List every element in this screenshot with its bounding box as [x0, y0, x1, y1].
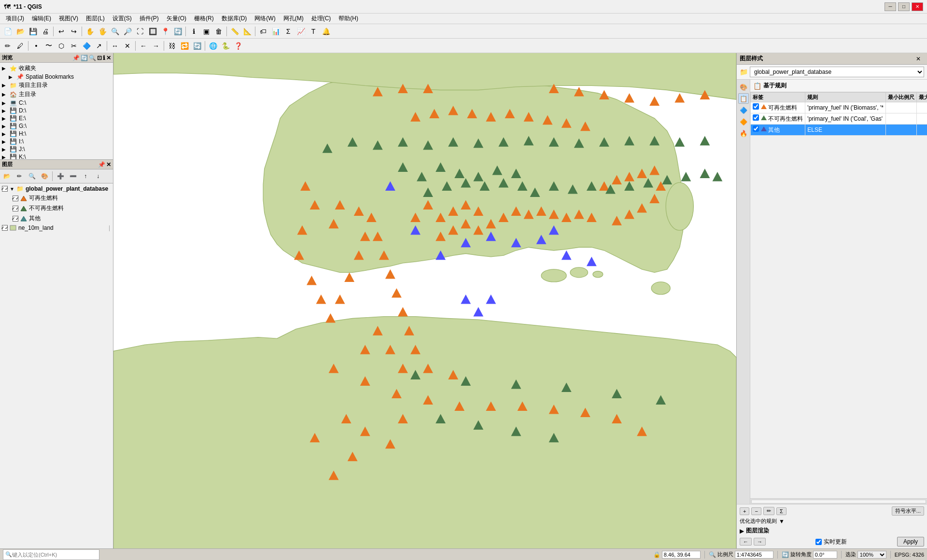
save-as-button[interactable]: 🖨 [40, 26, 51, 37]
menu-project[interactable]: 项目(J) [2, 14, 28, 24]
browser-info-icon[interactable]: ℹ [103, 55, 105, 61]
refresh-button[interactable]: 🔄 [172, 26, 183, 37]
layer-name-dropdown[interactable]: global_power_plant_database [750, 67, 924, 77]
layer-pin-icon[interactable]: 📌 [98, 161, 105, 168]
measure-area-button[interactable]: 📐 [241, 26, 253, 37]
layer-open-button[interactable]: 📂 [1, 170, 13, 182]
browser-item-h[interactable]: ▶ 💾 H:\ [1, 130, 112, 138]
browser-close-icon[interactable]: ✕ [106, 55, 111, 61]
horizontal-scroll-track[interactable] [751, 500, 926, 504]
flip-button[interactable]: 🔄 [191, 40, 203, 52]
new-project-button[interactable]: 📄 [2, 26, 14, 37]
notif-button[interactable]: 🔔 [320, 26, 332, 37]
select-button[interactable]: ▣ [200, 26, 212, 37]
undo-button[interactable]: ↩ [56, 26, 67, 37]
render-section-arrow[interactable]: ▶ [740, 528, 744, 534]
save-project-button[interactable]: 💾 [27, 26, 39, 37]
menu-processing[interactable]: 处理(C) [308, 14, 335, 24]
browser-item-c[interactable]: ▶ 💻 C:\ [1, 99, 112, 107]
menu-help[interactable]: 帮助(H) [335, 14, 362, 24]
undo2-button[interactable]: ← [138, 40, 149, 52]
identify-button[interactable]: ℹ [188, 26, 199, 37]
browser-item-d[interactable]: ▶ 💾 D:\ [1, 107, 112, 114]
layer-close-icon[interactable]: ✕ [106, 161, 111, 168]
open-project-button[interactable]: 📂 [14, 26, 26, 37]
browser-item-home[interactable]: ▶ 🏠 主目录 [1, 90, 112, 99]
browser-pin-icon[interactable]: 📌 [72, 55, 80, 61]
digitize-button[interactable]: ✏ [2, 40, 14, 52]
simplify-button[interactable]: ↗ [93, 40, 105, 52]
layer-style-button[interactable]: 🎨 [39, 170, 50, 182]
layer-move-down-button[interactable]: ↓ [92, 170, 104, 182]
zoom-selected-button[interactable]: 📍 [159, 26, 171, 37]
browser-item-project-home[interactable]: ▶ 📁 项目主目录 [1, 81, 112, 90]
browser-filter-icon[interactable]: 🔍 [89, 55, 96, 61]
menu-edit[interactable]: 编辑(E) [28, 14, 55, 24]
help2-button[interactable]: ❓ [232, 40, 244, 52]
scale-input[interactable] [735, 551, 773, 559]
browser-item-favorites[interactable]: ▶ ⭐ 收藏夹 [1, 64, 112, 73]
symbol-level-button[interactable]: 符号水平... [892, 506, 924, 516]
pan-button[interactable]: ✋ [84, 26, 96, 37]
apply-button[interactable]: Apply [897, 537, 924, 546]
style-single-symbol-button[interactable]: 🎨 [738, 82, 749, 92]
right-panel-close-button[interactable]: ✕ [913, 53, 924, 65]
style-rule-based-button[interactable]: 📋 [738, 93, 749, 104]
browser-item-j[interactable]: ▶ 💾 J:\ [1, 145, 112, 153]
close-button[interactable]: ✕ [912, 2, 923, 11]
menu-layer[interactable]: 图层(L) [82, 14, 109, 24]
edit-rule-button[interactable]: ✏ [763, 507, 774, 515]
map-area[interactable] [113, 53, 736, 548]
zoom-full-button[interactable]: ⛶ [134, 26, 146, 37]
rule-row-renewable[interactable]: 可再生燃料 'primary_fuel' IN ('Biomass', '* [751, 102, 927, 113]
minimize-button[interactable]: ─ [885, 2, 896, 11]
optimize-dropdown-icon[interactable]: ▼ [779, 518, 785, 525]
label-button[interactable]: 🏷 [257, 26, 269, 37]
rule-renewable-checkbox[interactable] [753, 103, 759, 110]
browser-item-e[interactable]: ▶ 💾 E:\ [1, 114, 112, 122]
move-button[interactable]: ↔ [109, 40, 121, 52]
coordinates-input[interactable] [662, 551, 701, 559]
layer-nonrenewable-checkbox[interactable]: ✓ [13, 206, 18, 211]
rule-other-checkbox[interactable] [753, 126, 759, 132]
edit-node-button[interactable]: 🖊 [14, 40, 26, 52]
layer-nonrenewable[interactable]: ✓ 不可再生燃料 [1, 203, 112, 213]
zoom-in-button[interactable]: 🔍 [109, 26, 121, 37]
menu-plugins[interactable]: 插件(P) [136, 14, 163, 24]
menu-view[interactable]: 视图(V) [55, 14, 82, 24]
python-button[interactable]: 🐍 [220, 40, 231, 52]
layer-add-button[interactable]: ➕ [55, 170, 66, 182]
globe-button[interactable]: 🌐 [207, 40, 219, 52]
window-controls[interactable]: ─ □ ✕ [885, 2, 923, 11]
cut-features-button[interactable]: ✂ [68, 40, 80, 52]
rotation-input[interactable] [813, 551, 837, 559]
zoom-select[interactable]: 100% [857, 551, 886, 559]
search-input[interactable] [12, 552, 97, 558]
add-rule-button[interactable]: + [740, 507, 749, 515]
layer-other-checkbox[interactable]: ✓ [13, 216, 18, 222]
layer-remove-button[interactable]: ➖ [67, 170, 79, 182]
layer-renewable-checkbox[interactable]: ✓ [13, 196, 18, 201]
realtime-update-checkbox[interactable] [815, 539, 822, 545]
layer-move-up-button[interactable]: ↑ [80, 170, 91, 182]
browser-item-g[interactable]: ▶ 💾 G:\ [1, 122, 112, 130]
pan-to-button[interactable]: 🖐 [97, 26, 108, 37]
maximize-button[interactable]: □ [898, 2, 910, 11]
text-button[interactable]: T [308, 26, 319, 37]
layer-ne10m[interactable]: ✓ ne_10m_land │ [1, 224, 112, 232]
history-back-button[interactable]: ← [740, 538, 752, 546]
style-graduated-button[interactable]: 🔶 [738, 116, 749, 127]
search-bar[interactable]: 🔍 [3, 549, 99, 560]
menu-vector[interactable]: 矢量(O) [163, 14, 190, 24]
layer-other[interactable]: ✓ 其他 [1, 213, 112, 224]
layer-group-global-checkbox[interactable]: ✓ [2, 186, 8, 192]
rule-nonrenewable-checkbox[interactable] [753, 114, 759, 121]
stat-button[interactable]: 📊 [270, 26, 281, 37]
history-forward-button[interactable]: → [754, 538, 766, 546]
zoom-out-button[interactable]: 🔎 [122, 26, 133, 37]
link-button[interactable]: ⛓ [166, 40, 178, 52]
browser-item-spatial-bookmarks[interactable]: ▶ 📌 Spatial Bookmarks [1, 73, 112, 81]
rule-row-nonrenewable[interactable]: 不可再生燃料 'primary_fuel' IN ('Coal', 'Gas' [751, 113, 927, 125]
browser-item-i[interactable]: ▶ 💾 I:\ [1, 138, 112, 145]
layer-renewable[interactable]: ✓ 可再生燃料 [1, 193, 112, 203]
